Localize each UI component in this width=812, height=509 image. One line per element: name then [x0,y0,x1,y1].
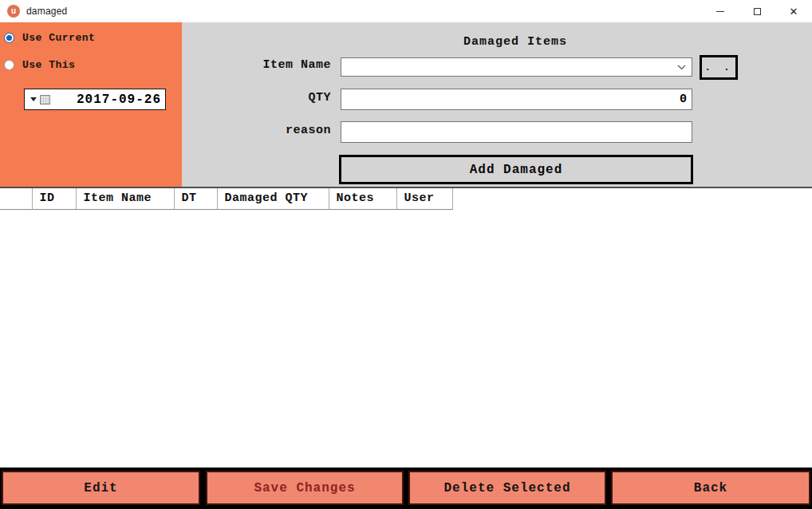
date-picker-value: 2017-09-26 [50,93,165,107]
maximize-button[interactable] [739,0,775,22]
back-button[interactable]: Back [611,471,810,505]
radio-unselected-icon [4,60,14,70]
reason-input[interactable] [341,121,692,143]
close-icon: ✕ [790,6,798,18]
grid-header-selector[interactable] [0,188,32,209]
date-panel: Use Current Use This 2017-09-26 [0,22,182,187]
browse-items-button[interactable]: . . [700,55,738,80]
app-window: u damaged ✕ Use Current Use This 2017 [0,0,812,509]
item-name-label: Item Name [182,58,331,72]
minimize-button[interactable] [702,0,739,22]
edit-button[interactable]: Edit [2,471,200,505]
radio-use-this[interactable]: Use This [4,59,75,71]
damaged-items-form: Damaged Items Item Name . . QTY reason A… [182,22,812,187]
chevron-down-icon[interactable] [677,65,686,70]
chevron-down-icon[interactable] [30,97,37,101]
item-name-combobox[interactable] [341,57,692,77]
grid-header-row: ID Item Name DT Damaged QTY Notes User [0,188,452,209]
calendar-icon [40,95,50,105]
radio-use-this-label: Use This [22,59,75,71]
qty-label: QTY [182,91,331,105]
grid-header-dt[interactable]: DT [174,188,217,209]
save-changes-button[interactable]: Save Changes [206,471,404,505]
radio-use-current-label: Use Current [22,32,95,44]
grid-header-id[interactable]: ID [32,188,76,209]
date-picker[interactable]: 2017-09-26 [24,89,166,110]
delete-selected-button[interactable]: Delete Selected [408,471,606,505]
close-button[interactable]: ✕ [775,0,812,22]
grid-header-item-name[interactable]: Item Name [76,188,174,209]
title-bar: u damaged ✕ [0,0,812,22]
grid-header-damaged-qty[interactable]: Damaged QTY [217,188,329,209]
window-controls: ✕ [702,0,812,22]
qty-input[interactable] [341,89,692,110]
radio-selected-icon [4,33,14,43]
maximize-icon [754,8,761,15]
footer-bar: Edit Save Changes Delete Selected Back [0,468,812,509]
minimize-icon [716,11,724,12]
radio-use-current[interactable]: Use Current [4,32,95,44]
damaged-items-grid: ID Item Name DT Damaged QTY Notes User [0,187,812,468]
grid-header-notes[interactable]: Notes [329,188,396,209]
window-title: damaged [26,6,67,17]
add-damaged-button[interactable]: Add Damaged [339,155,693,184]
form-title: Damaged Items [219,35,812,49]
grid-header-user[interactable]: User [396,188,452,209]
app-icon: u [7,5,20,18]
grid-table: ID Item Name DT Damaged QTY Notes User [0,188,453,210]
reason-label: reason [182,124,331,137]
